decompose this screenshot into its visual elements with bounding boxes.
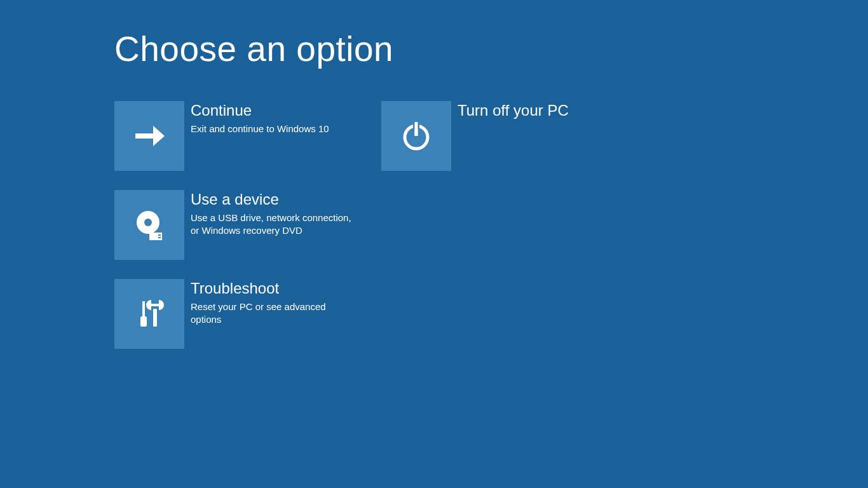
option-use-device-title: Use a device <box>191 190 356 209</box>
option-turn-off[interactable]: Turn off your PC <box>381 101 648 190</box>
option-troubleshoot-description: Reset your PC or see advanced options <box>191 301 356 326</box>
svg-rect-0 <box>135 133 156 139</box>
option-use-device-description: Use a USB drive, network connection, or … <box>191 212 356 237</box>
option-continue-description: Exit and continue to Windows 10 <box>191 123 329 135</box>
svg-rect-10 <box>158 237 161 238</box>
svg-rect-13 <box>153 309 157 327</box>
disc-usb-icon <box>114 190 184 260</box>
option-troubleshoot[interactable]: Troubleshoot Reset your PC or see advanc… <box>114 279 381 368</box>
tools-icon <box>114 279 184 349</box>
page-title: Choose an option <box>114 29 868 69</box>
option-use-device[interactable]: Use a device Use a USB drive, network co… <box>114 190 381 279</box>
svg-rect-11 <box>142 301 145 316</box>
svg-rect-12 <box>140 316 147 327</box>
option-turn-off-title: Turn off your PC <box>458 101 569 120</box>
power-icon <box>381 101 451 171</box>
svg-marker-1 <box>153 126 165 146</box>
options-grid: Continue Exit and continue to Windows 10… <box>114 101 868 368</box>
arrow-right-icon <box>114 101 184 171</box>
option-troubleshoot-title: Troubleshoot <box>191 279 356 298</box>
svg-rect-8 <box>149 233 162 240</box>
svg-rect-9 <box>158 234 161 236</box>
svg-point-7 <box>144 219 152 226</box>
option-continue[interactable]: Continue Exit and continue to Windows 10 <box>114 101 381 190</box>
option-continue-title: Continue <box>191 101 329 120</box>
